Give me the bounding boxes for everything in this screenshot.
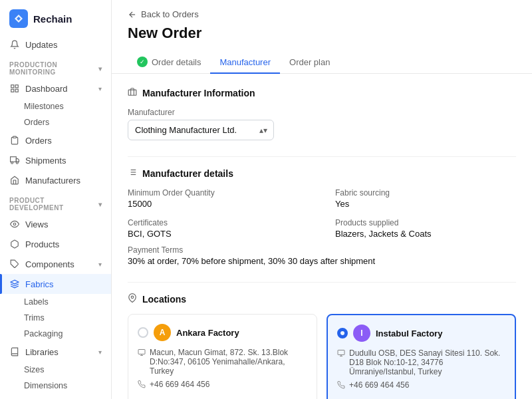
tab-manufacturer[interactable]: Manufacturer [210, 51, 280, 74]
location-card-istanbul[interactable]: I Instabul Factory Dudullu OSB, DES Sana… [327, 314, 516, 399]
logo-icon [9, 9, 28, 28]
views-label: Views [25, 219, 48, 229]
building-detail-icon [138, 348, 146, 358]
mfr-details-title: Manufacturer details [142, 168, 233, 179]
chevron-icon-libraries: ▾ [98, 348, 102, 356]
orders-label: Orders [25, 136, 52, 146]
sidebar-item-manufacturers[interactable]: Manufacturers [0, 170, 111, 190]
section-title-locations: Locations [128, 293, 516, 305]
app-name: Rechain [33, 13, 72, 25]
svg-rect-4 [11, 89, 14, 92]
sidebar-sub-labels[interactable]: Labels [0, 294, 111, 310]
svg-rect-21 [138, 350, 145, 354]
radio-istanbul [337, 328, 348, 338]
building-small-icon [128, 87, 137, 98]
svg-rect-13 [128, 90, 136, 95]
sidebar-sub-packaging[interactable]: Packaging [0, 326, 111, 342]
clipboard-icon [9, 135, 20, 146]
section-locations: Locations A Ankara Factory [128, 293, 516, 399]
svg-marker-11 [11, 280, 19, 284]
avatar-istanbul: I [353, 325, 370, 342]
chevron-down-icon: ▾ [98, 65, 102, 72]
certificates-label: Certificates [128, 218, 309, 227]
manufacturer-field-label: Manufacturer [128, 108, 516, 117]
location-address-istanbul: Dudullu OSB, DES Sanayi Sitesi 110. Sok.… [337, 348, 505, 376]
sidebar-sub-milestones[interactable]: Milestones [0, 98, 111, 114]
manufacturer-select-wrapper: Clothing Manufacturer Ltd.Another Manufa… [128, 120, 274, 140]
tab-bar: ✓ Order details Manufacturer Order plan [112, 51, 532, 74]
sidebar-item-fabrics[interactable]: Fabrics [0, 274, 111, 294]
sidebar-sub-trims[interactable]: Trims [0, 310, 111, 326]
fabrics-label: Fabrics [25, 279, 54, 289]
box-icon [9, 239, 20, 249]
sidebar-item-shipments[interactable]: Shipments [0, 150, 111, 170]
bell-icon [9, 39, 20, 50]
content-area: Manufacturer Information Manufacturer Cl… [112, 74, 532, 399]
location-card-ankara[interactable]: A Ankara Factory Macun, Macun Gimat, 872… [128, 314, 317, 399]
layers-icon [9, 279, 20, 289]
svg-rect-5 [13, 136, 17, 138]
eye-icon [9, 219, 20, 229]
section-production-monitoring: PRODUCTION MONITORING ▾ [0, 55, 111, 78]
detail-products-supplied: Products supplied Blazers, Jackets & Coa… [335, 218, 516, 239]
svg-point-8 [16, 162, 18, 164]
divider-2 [128, 282, 516, 283]
sidebar-sub-sizes[interactable]: Sizes [0, 362, 111, 378]
puzzle-icon [9, 259, 20, 269]
back-navigation[interactable]: Back to Orders [112, 0, 532, 23]
svg-point-20 [131, 296, 134, 299]
payment-terms-value: 30% at order, 70% before shipment, 30% 3… [128, 256, 516, 266]
sidebar-item-views[interactable]: Views [0, 214, 111, 234]
svg-rect-3 [15, 89, 18, 92]
payment-terms-label: Payment Terms [128, 245, 516, 255]
sidebar-sub-dimensions[interactable]: Dimensions [0, 378, 111, 394]
products-supplied-label: Products supplied [335, 218, 516, 227]
chevron-icon-components: ▾ [98, 261, 102, 268]
sidebar-item-dashboard[interactable]: Dashboard ▾ [0, 78, 111, 98]
svg-rect-2 [15, 85, 18, 88]
section-manufacturer-details: Manufacturer details Minimum Order Quant… [128, 168, 516, 266]
location-name-ankara: Ankara Factory [176, 328, 239, 338]
grid-icon [9, 83, 20, 94]
sidebar-sub-orders-prod[interactable]: Orders [0, 114, 111, 130]
tab-order-plan-label: Order plan [289, 57, 330, 67]
products-supplied-value: Blazers, Jackets & Coats [335, 229, 516, 239]
detail-certificates: Certificates BCI, GOTS [128, 218, 309, 239]
locations-title: Locations [142, 294, 186, 305]
fabric-sourcing-label: Fabric sourcing [335, 188, 516, 198]
moq-value: 15000 [128, 199, 309, 209]
svg-point-9 [13, 223, 16, 225]
fabric-sourcing-value: Yes [335, 199, 516, 209]
location-phone-ankara: +46 669 464 456 [138, 380, 307, 390]
details-grid: Minimum Order Quantity 15000 Fabric sour… [128, 188, 516, 239]
svg-point-7 [11, 162, 13, 164]
location-address-ankara: Macun, Macun Gimat, 872. Sk. 13.Blok D:N… [138, 348, 307, 376]
tab-order-details-label: Order details [152, 57, 201, 67]
phone-icon-istanbul [337, 381, 345, 391]
sidebar-item-updates[interactable]: Updates [0, 35, 111, 55]
page-title: New Order [112, 23, 532, 51]
svg-rect-1 [11, 85, 14, 88]
shipments-label: Shipments [25, 156, 66, 166]
detail-moq: Minimum Order Quantity 15000 [128, 188, 309, 209]
manufacturer-select[interactable]: Clothing Manufacturer Ltd.Another Manufa… [128, 120, 274, 140]
manufacturers-label: Manufacturers [25, 176, 80, 186]
main-content: Back to Orders New Order ✓ Order details… [112, 0, 532, 399]
location-phone-istanbul: +46 669 464 456 [337, 380, 505, 391]
products-label: Products [25, 239, 59, 249]
detail-fabric-sourcing: Fabric sourcing Yes [335, 188, 516, 209]
mfr-info-title: Manufacturer Information [142, 88, 255, 98]
locations-grid: A Ankara Factory Macun, Macun Gimat, 872… [128, 314, 516, 399]
sidebar-item-products[interactable]: Products [0, 234, 111, 254]
tab-order-plan[interactable]: Order plan [280, 51, 339, 74]
tab-order-details[interactable]: ✓ Order details [128, 51, 210, 74]
book-icon [9, 346, 20, 357]
app-logo: Rechain [0, 0, 111, 35]
moq-label: Minimum Order Quantity [128, 188, 309, 198]
sidebar-item-libraries[interactable]: Libraries ▾ [0, 342, 111, 362]
sidebar-item-orders[interactable]: Orders [0, 130, 111, 150]
location-header-ankara: A Ankara Factory [138, 324, 307, 341]
location-header-istanbul: I Instabul Factory [337, 325, 505, 342]
phone-icon-ankara [138, 380, 146, 390]
sidebar-item-components[interactable]: Components ▾ [0, 254, 111, 274]
